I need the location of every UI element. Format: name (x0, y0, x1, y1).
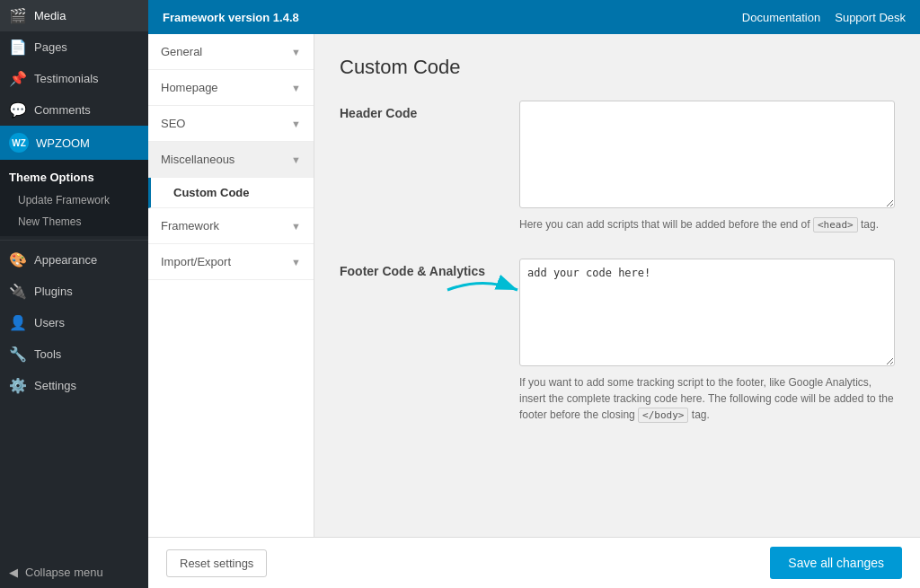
testimonials-icon: 📌 (9, 70, 27, 87)
chevron-down-icon: ▼ (291, 154, 301, 165)
sidebar-item-testimonials[interactable]: 📌 Testimonials (0, 63, 148, 94)
documentation-link[interactable]: Documentation (742, 11, 820, 24)
settings-icon: ⚙️ (9, 377, 27, 394)
sub-menu-item-import-export[interactable]: Import/Export ▼ (148, 244, 314, 280)
collapse-icon: ◀ (9, 566, 18, 579)
reset-settings-button[interactable]: Reset settings (166, 549, 267, 577)
save-all-changes-button[interactable]: Save all changes (770, 547, 902, 579)
footer-code-description: If you want to add some tracking script … (519, 374, 895, 424)
header-code-description: Here you can add scripts that will be ad… (519, 216, 895, 233)
top-bar-links: Documentation Support Desk (742, 11, 906, 24)
sidebar-item-appearance[interactable]: 🎨 Appearance (0, 244, 148, 276)
sub-menu-item-homepage[interactable]: Homepage ▼ (148, 70, 314, 106)
sidebar-item-plugins[interactable]: 🔌 Plugins (0, 276, 148, 307)
wpzoom-logo: WZ (9, 133, 29, 153)
main-wrapper: Framework version 1.4.8 Documentation Su… (148, 0, 920, 588)
sidebar-item-pages[interactable]: 📄 Pages (0, 31, 148, 63)
content-area: General ▼ Homepage ▼ SEO ▼ Miscellaneous… (148, 34, 920, 537)
chevron-down-icon: ▼ (291, 47, 301, 57)
main-content: Custom Code Header Code Here you can add… (314, 34, 920, 537)
sidebar-item-settings[interactable]: ⚙️ Settings (0, 370, 148, 401)
bottom-bar: Reset settings Save all changes (148, 537, 920, 588)
framework-version-title: Framework version 1.4.8 (163, 11, 299, 24)
theme-options-title: Theme Options (0, 163, 148, 189)
collapse-menu-button[interactable]: ◀ Collapse menu (0, 557, 148, 588)
sidebar-item-tools[interactable]: 🔧 Tools (0, 338, 148, 370)
head-tag-code: <head> (813, 217, 858, 233)
sub-menu-item-general[interactable]: General ▼ (148, 34, 314, 70)
chevron-down-icon: ▼ (291, 257, 301, 268)
header-code-section: Header Code Here you can add scripts tha… (340, 101, 895, 233)
sidebar-item-new-themes[interactable]: New Themes (0, 211, 148, 233)
chevron-down-icon: ▼ (291, 83, 301, 93)
media-icon: 🎬 (9, 7, 27, 24)
sub-menu-item-miscellaneous[interactable]: Miscellaneous ▼ (148, 142, 314, 178)
sidebar-item-users[interactable]: 👤 Users (0, 307, 148, 338)
plugins-icon: 🔌 (9, 283, 27, 300)
sidebar-item-media[interactable]: 🎬 Media (0, 0, 148, 31)
tools-icon: 🔧 (9, 346, 27, 363)
footer-code-section: Footer Code & Analytics If you want to a… (340, 259, 895, 424)
sub-menu-child-custom-code[interactable]: Custom Code (148, 178, 314, 208)
sub-menu-item-seo[interactable]: SEO ▼ (148, 106, 314, 142)
body-tag-code: </body> (638, 408, 688, 423)
support-desk-link[interactable]: Support Desk (835, 11, 906, 24)
header-code-label: Header Code (340, 101, 501, 120)
sidebar-item-wpzoom[interactable]: WZ WPZOOM (0, 126, 148, 160)
chevron-down-icon: ▼ (291, 118, 301, 129)
sidebar-item-comments[interactable]: 💬 Comments (0, 94, 148, 126)
header-code-textarea[interactable] (519, 101, 895, 208)
sub-sidebar: General ▼ Homepage ▼ SEO ▼ Miscellaneous… (148, 34, 314, 537)
sidebar-item-update-framework[interactable]: Update Framework (0, 189, 148, 211)
chevron-down-icon: ▼ (291, 221, 301, 232)
pages-icon: 📄 (9, 39, 27, 56)
sidebar: 🎬 Media 📄 Pages 📌 Testimonials 💬 Comment… (0, 0, 148, 588)
sidebar-divider (0, 240, 148, 241)
page-title: Custom Code (340, 56, 895, 79)
appearance-icon: 🎨 (9, 251, 27, 268)
sub-menu-item-framework[interactable]: Framework ▼ (148, 208, 314, 244)
footer-code-textarea[interactable] (519, 259, 895, 366)
users-icon: 👤 (9, 314, 27, 331)
header-code-control: Here you can add scripts that will be ad… (519, 101, 895, 233)
footer-code-label: Footer Code & Analytics (340, 259, 501, 278)
theme-options-group: Theme Options Update Framework New Theme… (0, 160, 148, 236)
top-bar: Framework version 1.4.8 Documentation Su… (148, 0, 920, 34)
comments-icon: 💬 (9, 101, 27, 118)
footer-code-control: If you want to add some tracking script … (519, 259, 895, 424)
